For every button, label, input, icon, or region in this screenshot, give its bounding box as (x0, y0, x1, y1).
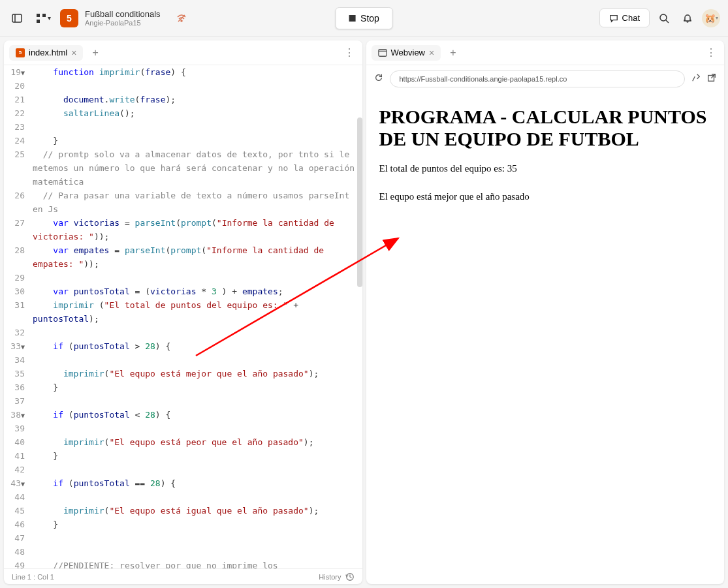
tab-index-html[interactable]: 5 index.html × (9, 45, 83, 61)
header-center: Stop (335, 7, 393, 29)
tab-webview[interactable]: Webview × (372, 45, 441, 61)
files-icon[interactable]: ▾ (34, 9, 52, 27)
svg-point-7 (660, 14, 667, 21)
chat-label: Chat (622, 13, 640, 23)
output-line-2: El equpo está mejor que el año pasado (379, 191, 712, 202)
close-icon[interactable]: × (429, 48, 434, 58)
project-meta: Fußball conditionals Angie-PaolaPa15 (85, 9, 161, 27)
webview-panel: Webview × + ⋮ PROGRAMA - CALCULAR PUNTOS… (366, 40, 725, 584)
line-gutter: 19▼202122232425 26 27 28 293031 3233▼343… (4, 65, 30, 568)
url-input[interactable] (390, 70, 686, 87)
notifications-icon[interactable] (678, 9, 697, 27)
editor-tab-bar: 5 index.html × + ⋮ (4, 40, 362, 65)
avatar[interactable]: 🐹▾ (702, 9, 720, 27)
stop-button[interactable]: Stop (335, 7, 393, 29)
tab-menu-icon[interactable]: ⋮ (341, 44, 357, 61)
project-author: Angie-PaolaPa15 (85, 19, 161, 27)
header-right: Chat 🐹▾ (599, 8, 720, 27)
svg-rect-2 (37, 14, 40, 17)
chat-button[interactable]: Chat (599, 8, 650, 27)
network-icon[interactable] (172, 9, 191, 27)
sidebar-toggle-icon[interactable] (8, 9, 26, 27)
html-file-icon: 5 (16, 48, 25, 57)
history-icon[interactable] (345, 572, 355, 581)
webview-content: PROGRAMA - CALCULAR PUNTOS DE UN EQUIPO … (366, 93, 725, 584)
project-info[interactable]: 5 Fußball conditionals Angie-PaolaPa15 (60, 9, 161, 27)
scrollbar-vertical[interactable] (357, 117, 362, 287)
svg-rect-10 (378, 49, 386, 56)
devtools-icon[interactable] (691, 73, 701, 85)
new-tab-button[interactable]: + (87, 44, 103, 61)
refresh-icon[interactable] (374, 73, 383, 85)
tab-menu-icon[interactable]: ⋮ (703, 44, 719, 61)
app-header: ▾ 5 Fußball conditionals Angie-PaolaPa15… (0, 0, 728, 37)
editor-content[interactable]: 19▼202122232425 26 27 28 293031 3233▼343… (4, 65, 362, 568)
webview-tab-bar: Webview × + ⋮ (366, 40, 725, 65)
svg-rect-0 (12, 14, 22, 22)
page-heading: PROGRAMA - CALCULAR PUNTOS DE UN EQUIPO … (379, 106, 712, 150)
close-icon[interactable]: × (71, 48, 76, 58)
header-left: ▾ 5 Fußball conditionals Angie-PaolaPa15 (8, 9, 191, 27)
new-tab-button[interactable]: + (445, 44, 461, 61)
svg-line-8 (666, 20, 669, 23)
code-area[interactable]: function imprimir(frase) { document.writ… (30, 65, 362, 568)
webview-tab-label: Webview (391, 48, 426, 57)
chat-icon (609, 14, 618, 23)
svg-rect-4 (37, 20, 40, 23)
output-line-1: El total de puntos del equipo es: 35 (379, 163, 712, 174)
svg-point-5 (181, 20, 182, 22)
svg-rect-3 (42, 14, 46, 17)
html5-icon: 5 (60, 9, 78, 27)
history-label[interactable]: History (319, 573, 341, 581)
cursor-position: Line 1 : Col 1 (12, 573, 54, 581)
tab-label: index.html (29, 48, 67, 57)
stop-label: Stop (360, 13, 379, 23)
url-bar-row (366, 65, 725, 93)
project-title: Fußball conditionals (85, 9, 161, 19)
open-external-icon[interactable] (707, 73, 716, 85)
editor-status-bar: Line 1 : Col 1 History (4, 568, 362, 584)
editor-panel: 5 index.html × + ⋮ 19▼202122232425 26 27… (4, 40, 362, 584)
search-icon[interactable] (655, 9, 673, 27)
webview-icon (378, 48, 387, 57)
main-area: 5 index.html × + ⋮ 19▼202122232425 26 27… (0, 37, 728, 588)
stop-icon (349, 15, 355, 22)
